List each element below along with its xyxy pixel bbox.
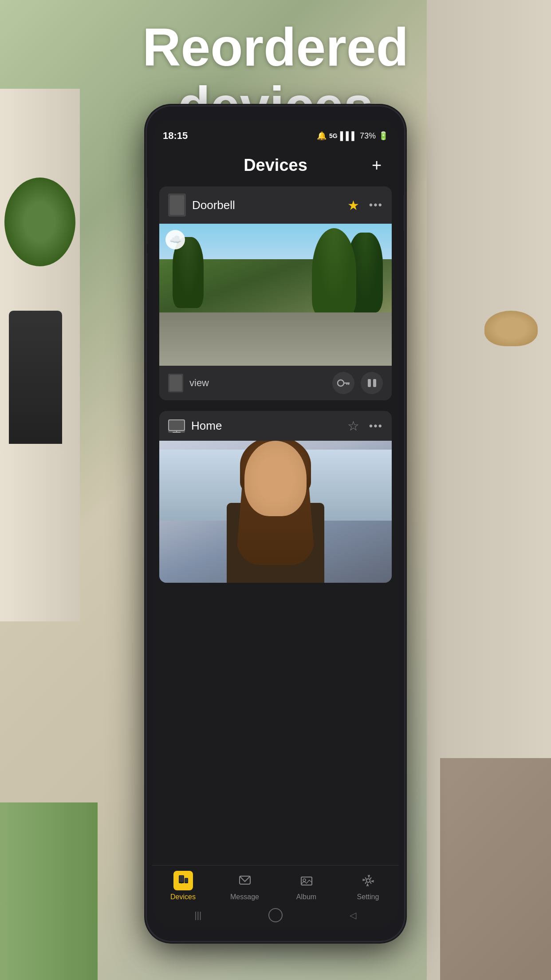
message-nav-icon: [239, 874, 251, 887]
svg-point-16: [366, 879, 370, 882]
svg-point-10: [181, 882, 182, 884]
power-button: [403, 195, 404, 231]
volume-up-button: [147, 209, 148, 244]
volume-down-button: [147, 253, 148, 288]
home-name: Home: [191, 419, 341, 433]
cloud-status-icon: ☁️: [165, 230, 185, 249]
nav-label-devices: Devices: [170, 893, 196, 901]
app-content: Devices + Doorbell ★ •••: [152, 146, 399, 928]
phone-screen: 18:15 🔔 5G ▌▌▌ 73% 🔋 Devices +: [152, 120, 399, 928]
key-icon: [337, 379, 350, 387]
bottom-navigation: Devices Message: [152, 865, 399, 905]
svg-rect-12: [185, 878, 188, 882]
bg-bottom-left: [0, 802, 98, 980]
doorbell-card-footer: view: [159, 366, 392, 400]
svg-rect-4: [169, 420, 185, 431]
home-camera-feed[interactable]: [159, 441, 392, 583]
doorbell-star-button[interactable]: ★: [347, 198, 359, 213]
home-device-icon: [168, 419, 185, 433]
signal-5g: 5G: [329, 132, 338, 139]
devices-nav-icon: [177, 874, 189, 887]
doorbell-camera-feed[interactable]: ☁️: [159, 224, 392, 366]
doorbell-card-header: Doorbell ★ •••: [159, 186, 392, 224]
nav-label-message: Message: [230, 893, 259, 901]
person-head: [244, 441, 307, 516]
doorbell-action-buttons: [332, 372, 383, 394]
home-button[interactable]: [268, 908, 283, 922]
home-card: Home ☆ •••: [159, 411, 392, 583]
add-device-button[interactable]: +: [367, 155, 386, 175]
doorbell-key-button[interactable]: [332, 372, 354, 394]
doorbell-name: Doorbell: [192, 198, 341, 212]
nav-item-message[interactable]: Message: [214, 871, 276, 901]
nav-label-album: Album: [296, 893, 316, 901]
message-icon: [235, 871, 255, 890]
doorbell-pause-button[interactable]: [361, 372, 383, 394]
album-icon: [297, 871, 316, 890]
home-card-header: Home ☆ •••: [159, 411, 392, 441]
person-silhouette: [218, 441, 333, 583]
status-time: 18:15: [163, 130, 188, 142]
monitor-icon: [168, 419, 185, 433]
phone-frame: 18:15 🔔 5G ▌▌▌ 73% 🔋 Devices +: [147, 107, 404, 941]
nav-item-devices[interactable]: Devices: [152, 871, 214, 901]
svg-rect-9: [179, 876, 184, 882]
doorbell-more-button[interactable]: •••: [369, 199, 383, 211]
nav-label-setting: Setting: [357, 893, 379, 901]
pause-icon: [367, 378, 377, 388]
nav-item-album[interactable]: Album: [276, 871, 337, 901]
setting-nav-icon: [362, 874, 374, 887]
svg-point-15: [303, 879, 306, 881]
album-nav-icon: [300, 874, 313, 887]
header-title-line1: Reordered: [142, 17, 409, 77]
doorbell-footer-icon: [168, 374, 183, 392]
mute-button: [147, 178, 148, 200]
recent-apps-button[interactable]: |||: [195, 910, 202, 921]
nav-item-setting[interactable]: Setting: [337, 871, 399, 901]
status-icons: 🔔 5G ▌▌▌ 73% 🔋: [317, 131, 388, 141]
devices-icon: [173, 871, 193, 890]
back-button[interactable]: ◁: [350, 910, 356, 921]
home-star-button[interactable]: ☆: [347, 418, 359, 434]
bg-chair: [9, 311, 62, 444]
signal-bars-icon: ▌▌▌: [340, 131, 357, 141]
alarm-icon: 🔔: [317, 131, 327, 141]
bg-bottom-right: [440, 758, 551, 980]
doorbell-card: Doorbell ★ ••• ☁️: [159, 186, 392, 400]
setting-icon: [358, 871, 378, 890]
bg-tree-2: [312, 228, 356, 317]
doorbell-view-label: view: [189, 377, 326, 389]
battery-level: 73%: [360, 131, 376, 141]
app-header: Devices +: [152, 146, 399, 182]
status-bar: 18:15 🔔 5G ▌▌▌ 73% 🔋: [152, 120, 399, 146]
doorbell-device-icon: [168, 194, 186, 217]
devices-list: Doorbell ★ ••• ☁️: [152, 182, 399, 865]
svg-point-0: [338, 380, 344, 386]
home-more-button[interactable]: •••: [369, 420, 383, 432]
bg-plant: [4, 178, 75, 266]
battery-icon: 🔋: [378, 131, 388, 141]
home-indicator: ||| ◁: [152, 905, 399, 928]
bg-bowl: [484, 311, 538, 346]
app-title: Devices: [184, 156, 367, 175]
phone-wrapper: 18:15 🔔 5G ▌▌▌ 73% 🔋 Devices +: [147, 107, 404, 941]
